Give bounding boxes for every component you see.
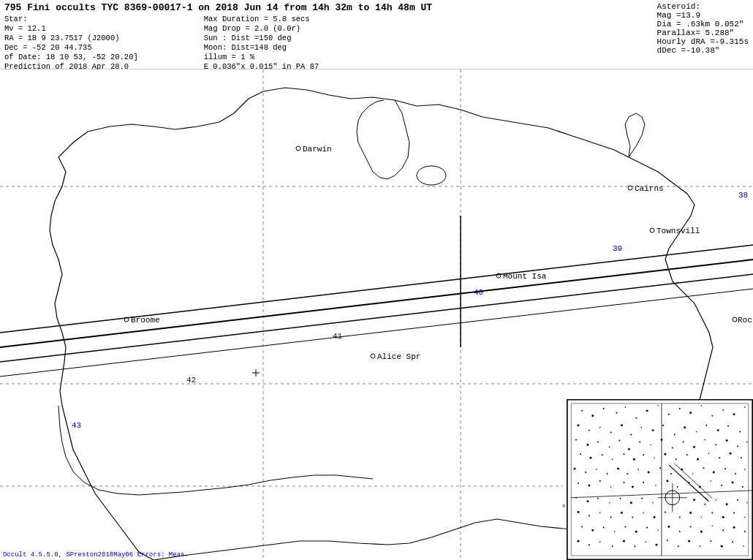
svg-point-162 <box>578 511 580 513</box>
svg-point-52 <box>657 405 659 406</box>
asteroid-mag: Mag =13.9 <box>657 11 749 20</box>
svg-point-134 <box>655 485 656 486</box>
svg-point-56 <box>701 405 703 406</box>
svg-point-175 <box>722 516 724 518</box>
svg-point-108 <box>730 453 732 455</box>
svg-point-201 <box>656 544 658 546</box>
svg-point-89 <box>705 439 706 441</box>
svg-point-151 <box>609 502 610 504</box>
asteroid-dia: Dia = .63km 0.052" <box>657 20 749 29</box>
svg-point-59 <box>733 413 735 415</box>
svg-point-204 <box>688 540 690 542</box>
svg-point-69 <box>662 425 664 426</box>
svg-point-155 <box>652 502 654 504</box>
svg-point-136 <box>677 486 678 488</box>
svg-point-171 <box>679 517 681 518</box>
svg-point-48 <box>616 412 618 414</box>
asteroid-hourly-ra: Hourly dRA =-9.315s <box>657 37 749 46</box>
svg-point-176 <box>733 512 735 514</box>
svg-point-182 <box>624 526 626 527</box>
svg-point-80 <box>609 447 610 448</box>
svg-point-141 <box>732 481 734 483</box>
svg-point-123 <box>713 472 715 474</box>
svg-line-9 <box>0 289 753 377</box>
svg-point-158 <box>716 499 717 501</box>
svg-point-122 <box>703 467 704 469</box>
svg-point-119 <box>670 473 672 474</box>
svg-point-45 <box>581 410 583 412</box>
svg-point-101 <box>654 457 655 458</box>
svg-point-88 <box>693 446 695 448</box>
svg-point-179 <box>591 529 594 531</box>
svg-text:38: 38 <box>738 191 748 200</box>
svg-point-68 <box>652 429 654 431</box>
svg-point-202 <box>667 540 668 541</box>
svg-point-128 <box>588 484 590 486</box>
svg-point-57 <box>711 415 713 417</box>
svg-point-129 <box>599 480 601 482</box>
svg-point-164 <box>599 512 601 514</box>
footer-text: Occult 4.5.5.0, SPreston2018May06 Errors… <box>3 551 189 559</box>
svg-point-131 <box>623 482 624 483</box>
svg-point-149 <box>586 500 589 502</box>
svg-point-90 <box>715 444 716 445</box>
svg-point-60 <box>744 406 746 408</box>
svg-text:Darwin: Darwin <box>303 145 332 154</box>
svg-point-121 <box>692 473 694 474</box>
svg-point-53 <box>668 414 670 415</box>
svg-point-23 <box>371 354 375 358</box>
svg-rect-43 <box>567 400 752 559</box>
svg-point-194 <box>578 540 580 542</box>
svg-point-117 <box>648 472 650 474</box>
svg-point-15 <box>628 186 632 190</box>
svg-point-178 <box>581 526 583 527</box>
svg-point-93 <box>746 442 748 443</box>
svg-point-163 <box>589 515 590 517</box>
svg-point-116 <box>637 469 639 470</box>
svg-point-169 <box>654 516 656 518</box>
svg-point-107 <box>719 457 720 458</box>
svg-point-96 <box>602 454 603 455</box>
svg-point-103 <box>676 458 677 460</box>
sun-dist: Sun : Dist =150 deg <box>204 34 319 42</box>
svg-text:Rock: Rock <box>738 316 753 325</box>
svg-point-61 <box>578 424 580 426</box>
svg-point-154 <box>641 498 643 499</box>
svg-point-186 <box>667 526 670 528</box>
svg-text:Cairns: Cairns <box>635 184 664 193</box>
svg-point-161 <box>746 502 748 504</box>
svg-point-58 <box>722 409 724 411</box>
svg-point-209 <box>743 545 744 547</box>
svg-point-49 <box>625 406 627 408</box>
svg-point-95 <box>589 457 591 459</box>
svg-point-139 <box>711 480 712 482</box>
star-ofdate: of Date: 18 10 53, -52 20.20] <box>4 53 138 61</box>
svg-point-115 <box>627 473 628 474</box>
svg-point-181 <box>614 531 616 533</box>
svg-point-165 <box>610 517 612 518</box>
map-area: Darwin Cairns Townsvill Mount Isa Broome… <box>0 69 753 560</box>
svg-point-91 <box>726 439 728 442</box>
svg-point-127 <box>578 483 579 484</box>
svg-point-177 <box>744 517 746 518</box>
svg-point-102 <box>664 453 666 455</box>
svg-point-67 <box>640 427 642 428</box>
svg-text:41: 41 <box>333 332 343 341</box>
svg-point-112 <box>596 469 597 470</box>
header-panel: 795 Fini occults TYC 8369-00017-1 on 201… <box>0 0 753 69</box>
svg-point-206 <box>710 540 711 542</box>
svg-point-94 <box>580 453 581 455</box>
svg-point-71 <box>684 426 686 428</box>
svg-point-196 <box>599 541 601 542</box>
svg-point-132 <box>632 485 634 488</box>
svg-point-109 <box>741 457 742 458</box>
svg-point-157 <box>704 504 705 505</box>
svg-point-173 <box>701 517 703 518</box>
svg-line-6 <box>0 245 753 333</box>
svg-text:Townsvill: Townsvill <box>656 227 700 235</box>
star-label: Star: <box>4 15 138 23</box>
svg-point-185 <box>657 530 659 531</box>
svg-point-82 <box>628 448 630 450</box>
svg-point-197 <box>612 545 613 547</box>
svg-point-106 <box>708 453 710 455</box>
